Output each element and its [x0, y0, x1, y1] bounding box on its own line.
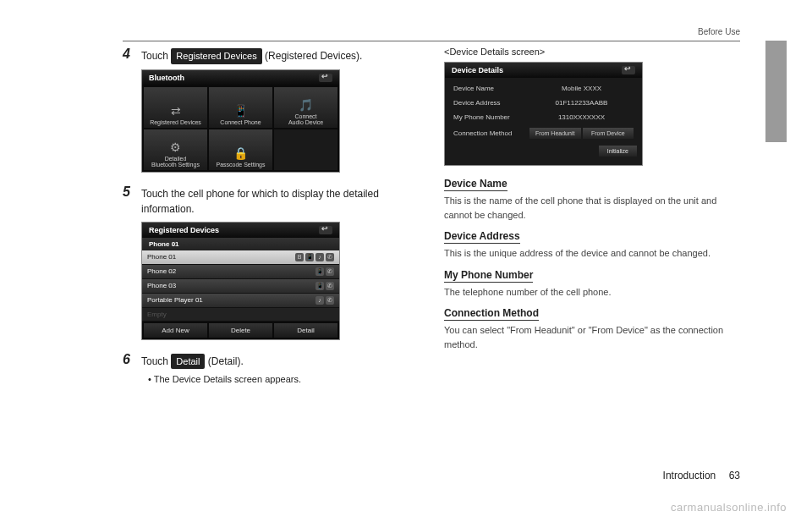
- list-item-empty: Empty: [142, 308, 339, 322]
- device-name: Phone 02: [147, 267, 176, 275]
- bluetooth-screenshot: Bluetooth ⇄ Registered Devices 📱 Connect…: [141, 69, 340, 173]
- settings-icon: ⚙: [170, 140, 181, 154]
- step-number: 6: [123, 352, 141, 367]
- def-phone-number: My Phone Number The telephone number of …: [444, 269, 740, 300]
- def-text: You can select "From Headunit" or "From …: [444, 323, 740, 351]
- phone-icon: 📱: [315, 267, 324, 276]
- music-icon: ♪: [315, 296, 324, 305]
- registered-subtitle: Phone 01: [142, 238, 339, 250]
- device-name: Empty: [147, 311, 167, 318]
- bluetooth-title: Bluetooth: [149, 74, 184, 82]
- step-6-bullet: The Device Details screen appears.: [123, 374, 419, 384]
- music-icon: ♪: [315, 253, 324, 261]
- add-new-button[interactable]: Add New: [144, 323, 207, 338]
- step-text: Touch the cell phone for which to displa…: [141, 184, 419, 217]
- def-device-address: Device Address This is the unique addres…: [444, 230, 740, 261]
- detail-value: 1310XXXXXXX: [529, 113, 634, 121]
- bt-empty-cell: [274, 129, 337, 170]
- def-device-name: Device Name This is the name of the cell…: [444, 178, 740, 222]
- step-4: 4 Touch Registered Devices (Registered D…: [123, 47, 419, 64]
- bt-passcode-settings[interactable]: 🔒 Passcode Settings: [209, 129, 272, 170]
- bt-cell-label: Registered Devices: [150, 119, 201, 125]
- back-icon[interactable]: [319, 74, 332, 82]
- bt-cell-label: Connect Phone: [220, 119, 261, 125]
- list-item[interactable]: Portable Player 01 ♪✆: [142, 294, 339, 308]
- def-title: Connection Method: [444, 307, 539, 321]
- list-item[interactable]: Phone 03 📱✆: [142, 279, 339, 294]
- delete-button[interactable]: Delete: [209, 323, 272, 338]
- list-item[interactable]: Phone 01 B📱♪✆: [142, 250, 339, 265]
- device-name: Portable Player 01: [147, 296, 203, 304]
- info-icon: ✆: [326, 267, 334, 276]
- bt-connect-audio[interactable]: 🎵 Connect Audio Device: [274, 87, 337, 128]
- bluetooth-titlebar: Bluetooth: [142, 70, 339, 85]
- bt-registered-devices[interactable]: ⇄ Registered Devices: [144, 87, 207, 128]
- list-item[interactable]: Phone 02 📱✆: [142, 265, 339, 279]
- details-title: Device Details: [452, 66, 503, 74]
- row-icons: B📱♪✆: [295, 253, 334, 261]
- step-5: 5 Touch the cell phone for which to disp…: [123, 184, 419, 217]
- content-columns: 4 Touch Registered Devices (Registered D…: [123, 47, 740, 384]
- back-icon[interactable]: [319, 226, 332, 234]
- connection-buttons: From Headunit From Device: [529, 128, 634, 139]
- step-4-post: (Registered Devices).: [262, 50, 363, 62]
- header-section: Before Use: [698, 27, 740, 36]
- details-caption: <Device Details screen>: [444, 47, 740, 57]
- bt-cell-label: Passcode Settings: [217, 162, 266, 168]
- bt-detailed-settings[interactable]: ⚙ Detailed Bluetooth Settings: [144, 129, 207, 170]
- bt-cell-label: Detailed Bluetooth Settings: [151, 156, 200, 168]
- detail-row-address: Device Address 01F112233AABB: [445, 96, 642, 110]
- detail-label: Connection Method: [453, 129, 529, 137]
- side-tab: [765, 41, 787, 142]
- detail-button[interactable]: Detail: [274, 323, 337, 338]
- connect-audio-icon: 🎵: [299, 98, 313, 112]
- initialize-button[interactable]: Initialize: [599, 146, 637, 157]
- header-rule: [123, 41, 740, 41]
- left-column: 4 Touch Registered Devices (Registered D…: [123, 47, 419, 384]
- device-name: Phone 01: [147, 253, 176, 261]
- detail-value: Mobile XXXX: [529, 85, 634, 92]
- registered-footer: Add New Delete Detail: [142, 322, 339, 339]
- right-column: <Device Details screen> Device Details D…: [444, 47, 740, 384]
- initialize-row: Initialize: [445, 142, 642, 162]
- from-device-button[interactable]: From Device: [583, 128, 634, 139]
- step-6-pre: Touch: [141, 355, 171, 367]
- device-details-screenshot: Device Details Device Name Mobile XXXX D…: [444, 62, 643, 166]
- step-text: Touch Detail (Detail).: [141, 352, 244, 370]
- detail-label: Device Name: [453, 85, 529, 92]
- registered-devices-label: Registered Devices: [171, 48, 261, 64]
- info-icon: ✆: [326, 282, 334, 290]
- registered-titlebar: Registered Devices: [142, 223, 339, 238]
- def-connection-method: Connection Method You can select "From H…: [444, 307, 740, 351]
- def-title: My Phone Number: [444, 269, 533, 283]
- connect-phone-icon: 📱: [233, 104, 248, 118]
- details-body: Device Name Mobile XXXX Device Address 0…: [445, 78, 642, 165]
- device-list: Phone 01 B📱♪✆ Phone 02 📱✆ Phone 03 📱✆ Po…: [142, 250, 339, 322]
- from-headunit-button[interactable]: From Headunit: [529, 128, 581, 139]
- footer-page: 63: [729, 470, 740, 481]
- def-title: Device Address: [444, 230, 520, 244]
- step-number: 4: [123, 47, 141, 62]
- detail-row-number: My Phone Number 1310XXXXXXX: [445, 110, 642, 124]
- step-6-post: (Detail).: [205, 355, 243, 367]
- passcode-icon: 🔒: [233, 146, 248, 160]
- back-icon[interactable]: [622, 66, 635, 74]
- footer-section: Introduction: [663, 470, 716, 481]
- step-4-pre: Touch: [141, 50, 171, 62]
- detail-row-connection: Connection Method From Headunit From Dev…: [445, 124, 642, 142]
- bt-cell-label: Connect Audio Device: [288, 113, 323, 125]
- def-text: The telephone number of the cell phone.: [444, 285, 740, 300]
- details-titlebar: Device Details: [445, 63, 642, 78]
- row-icons: ♪✆: [315, 296, 334, 305]
- detail-value: 01F112233AABB: [529, 99, 634, 107]
- row-icons: 📱✆: [315, 267, 334, 276]
- step-6: 6 Touch Detail (Detail).: [123, 352, 419, 370]
- bt-connect-phone[interactable]: 📱 Connect Phone: [209, 87, 272, 128]
- page-footer: Introduction 63: [663, 470, 740, 481]
- phone-icon: 📱: [315, 282, 324, 290]
- detail-label: Device Address: [453, 99, 529, 107]
- registered-devices-icon: ⇄: [171, 104, 181, 118]
- device-name: Phone 03: [147, 282, 176, 289]
- phone-icon: 📱: [305, 253, 314, 261]
- bt-icon: B: [295, 253, 304, 261]
